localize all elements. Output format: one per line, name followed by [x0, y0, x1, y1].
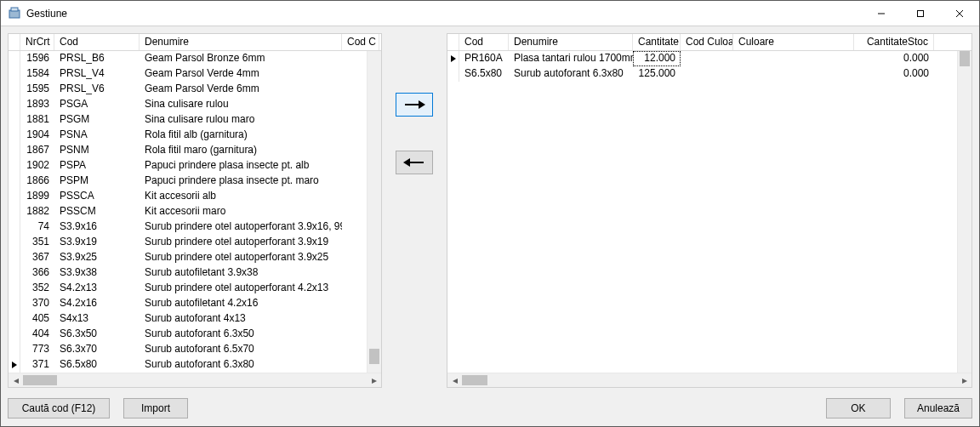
app-icon [8, 7, 21, 20]
table-row[interactable]: 352S4.2x13Surub prindere otel autoperfor… [9, 281, 381, 296]
table-row[interactable]: 371S6.5x80Surub autoforant 6.3x80 [9, 357, 381, 373]
cell-den: Surub autoforant 6.5x70 [140, 342, 342, 357]
cell-nrcrt: 773 [20, 342, 54, 357]
cell-cs: 0.000 [854, 51, 934, 66]
cell-cod: S3.9x38 [54, 265, 140, 281]
close-button[interactable] [940, 1, 979, 26]
cell-den: Geam Parsol Verde 6mm [140, 82, 342, 97]
col-nrcrt[interactable]: NrCrt [20, 34, 54, 50]
table-row[interactable]: 366S3.9x38Surub autofiletant 3.9x38 [9, 265, 381, 281]
right-grid[interactable]: Cod Denumire Cantitate Cod Culoare Culoa… [447, 33, 972, 388]
cell-cod: PRSL_V4 [54, 66, 140, 82]
table-row[interactable]: 1866PSPMPapuci prindere plasa insecte pt… [9, 174, 381, 189]
cell-cod: PSGA [54, 97, 140, 112]
cell-nrcrt: 1899 [20, 189, 54, 204]
col-den-r[interactable]: Denumire [509, 34, 633, 50]
table-row[interactable]: 773S6.3x70Surub autoforant 6.5x70 [9, 342, 381, 357]
cell-cod: S3.9x25 [54, 250, 140, 265]
left-grid-header: NrCrt Cod Denumire Cod C [9, 34, 381, 51]
col-cant-r[interactable]: Cantitate [633, 34, 681, 50]
table-row[interactable]: 1584PRSL_V4Geam Parsol Verde 4mm [9, 66, 381, 82]
table-row[interactable]: 351S3.9x19Surub prindere otel autoperfor… [9, 235, 381, 250]
cell-cod: S3.9x16 [54, 219, 140, 235]
cell-nrcrt: 74 [20, 219, 54, 235]
cell-cod: PSSCM [54, 204, 140, 219]
cell-cod: S4x13 [54, 311, 140, 327]
right-grid-header: Cod Denumire Cantitate Cod Culoare Culoa… [447, 34, 971, 51]
table-row[interactable]: 1902PSPAPapuci prindere plasa insecte pt… [9, 158, 381, 174]
arrow-left-icon [403, 157, 425, 168]
table-row[interactable]: 370S4.2x16Surub autofiletant 4.2x16 [9, 296, 381, 311]
cell-den: Surub autoforant 4x13 [140, 311, 342, 327]
arrow-right-icon [403, 100, 425, 110]
cell-cul [733, 51, 854, 66]
cell-cod: S6.3x50 [54, 327, 140, 342]
cell-den: Kit accesorii maro [140, 204, 342, 219]
cell-den: Plasa tantari rulou 1700mm [509, 51, 633, 66]
search-code-button[interactable]: Caută cod (F12) [8, 398, 110, 418]
left-grid-body[interactable]: 1596PRSL_B6Geam Parsol Bronze 6mm1584PRS… [9, 51, 381, 373]
maximize-button[interactable] [901, 1, 940, 26]
left-hscrollbar[interactable]: ◂ ▸ [9, 373, 381, 387]
cell-nrcrt: 1902 [20, 158, 54, 174]
titlebar: Gestiune [1, 1, 979, 26]
right-hscrollbar[interactable]: ◂ ▸ [447, 373, 971, 387]
table-row[interactable]: 1893PSGASina culisare rulou [9, 97, 381, 112]
cell-den: Surub prindere otel autoperforant 3.9x25 [140, 250, 342, 265]
col-cod[interactable]: Cod [54, 34, 140, 50]
table-row[interactable]: PR160APlasa tantari rulou 1700mm12.0000.… [447, 51, 971, 66]
cell-cod: S3.9x19 [54, 235, 140, 250]
table-row[interactable]: 1904PSNARola fitil alb (garnitura) [9, 128, 381, 143]
table-row[interactable]: S6.5x80Surub autoforant 6.3x80125.0000.0… [447, 66, 971, 82]
svg-rect-1 [11, 8, 18, 11]
right-grid-body[interactable]: PR160APlasa tantari rulou 1700mm12.0000.… [447, 51, 971, 373]
cell-den: Kit accesorii alb [140, 189, 342, 204]
cell-den: Surub prindere otel autoperforant 3.9x16… [140, 219, 342, 235]
col-cs-r[interactable]: CantitateStoc [854, 34, 934, 50]
transfer-buttons [382, 33, 447, 388]
window-controls [862, 1, 979, 26]
cell-den: Rola fitil maro (garnitura) [140, 143, 342, 158]
table-row[interactable]: 404S6.3x50Surub autoforant 6.3x50 [9, 327, 381, 342]
right-vscrollbar[interactable] [957, 51, 971, 373]
left-grid[interactable]: NrCrt Cod Denumire Cod C 1596PRSL_B6Geam… [8, 33, 382, 388]
table-row[interactable]: 367S3.9x25Surub prindere otel autoperfor… [9, 250, 381, 265]
cell-nrcrt: 1596 [20, 51, 54, 66]
table-row[interactable]: 1882PSSCMKit accesorii maro [9, 204, 381, 219]
svg-marker-11 [451, 55, 456, 62]
table-row[interactable]: 1881PSGMSina culisare rulou maro [9, 112, 381, 128]
cell-den: Sina culisare rulou maro [140, 112, 342, 128]
minimize-button[interactable] [862, 1, 901, 26]
col-denumire[interactable]: Denumire [140, 34, 342, 50]
table-row[interactable]: 1596PRSL_B6Geam Parsol Bronze 6mm [9, 51, 381, 66]
table-row[interactable]: 1595PRSL_V6Geam Parsol Verde 6mm [9, 82, 381, 97]
col-codc[interactable]: Cod C [342, 34, 379, 50]
col-cod-r[interactable]: Cod [459, 34, 509, 50]
table-row[interactable]: 74S3.9x16Surub prindere otel autoperfora… [9, 219, 381, 235]
cell-den: Surub prindere otel autoperforant 3.9x19 [140, 235, 342, 250]
col-cul-r[interactable]: Culoare [733, 34, 854, 50]
window: Gestiune NrCrt Cod Denumire Cod C 1596PR… [0, 0, 980, 427]
cell-den: Surub prindere otel autoperforant 4.2x13 [140, 281, 342, 296]
scroll-left-icon[interactable]: ◂ [9, 373, 23, 388]
scroll-right-icon[interactable]: ▸ [367, 373, 381, 388]
cell-cod: PSNA [54, 128, 140, 143]
col-codc-r[interactable]: Cod Culoare [681, 34, 733, 50]
table-row[interactable]: 1899PSSCAKit accesorii alb [9, 189, 381, 204]
table-row[interactable]: 1867PSNMRola fitil maro (garnitura) [9, 143, 381, 158]
cell-cul [733, 66, 854, 82]
left-vscrollbar[interactable] [367, 51, 381, 373]
scroll-right-icon[interactable]: ▸ [957, 373, 971, 388]
ok-button[interactable]: OK [826, 398, 891, 418]
cell-cod: PSSCA [54, 189, 140, 204]
cancel-button[interactable]: Anulează [904, 398, 972, 418]
scroll-left-icon[interactable]: ◂ [447, 373, 462, 388]
add-button[interactable] [396, 93, 433, 117]
remove-button[interactable] [396, 151, 433, 174]
svg-rect-3 [918, 10, 924, 16]
cell-den: Papuci prindere plasa insecte pt. maro [140, 174, 342, 189]
cell-cant[interactable]: 125.000 [633, 66, 681, 82]
import-button[interactable]: Import [123, 398, 188, 418]
table-row[interactable]: 405S4x13Surub autoforant 4x13 [9, 311, 381, 327]
cell-cant[interactable]: 12.000 [633, 51, 681, 66]
